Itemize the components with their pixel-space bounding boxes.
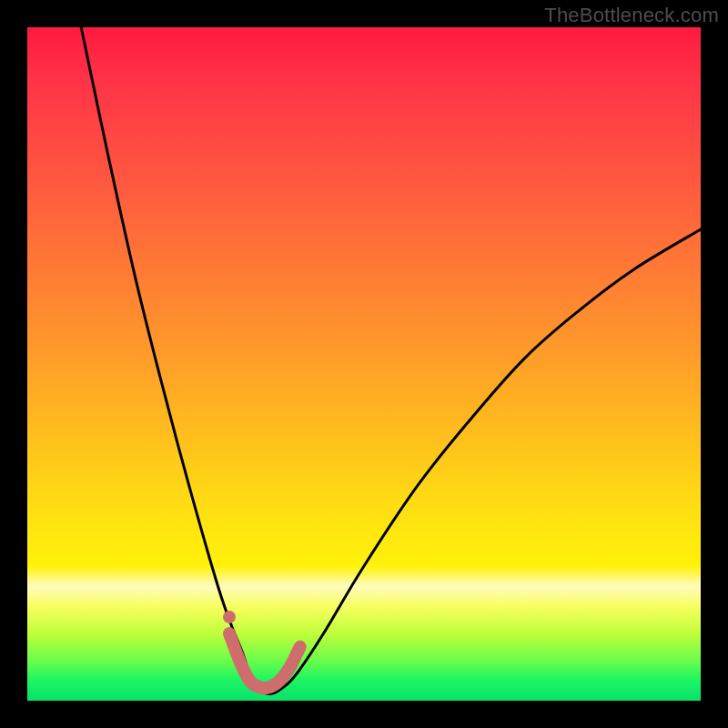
chart-frame: TheBottleneck.com bbox=[0, 0, 728, 728]
watermark-text: TheBottleneck.com bbox=[544, 4, 719, 27]
curve-layer bbox=[27, 27, 701, 701]
plot-area bbox=[27, 27, 701, 701]
highlight-segment bbox=[229, 633, 300, 688]
highlight-start-dot bbox=[223, 611, 236, 623]
main-curve bbox=[81, 27, 701, 694]
